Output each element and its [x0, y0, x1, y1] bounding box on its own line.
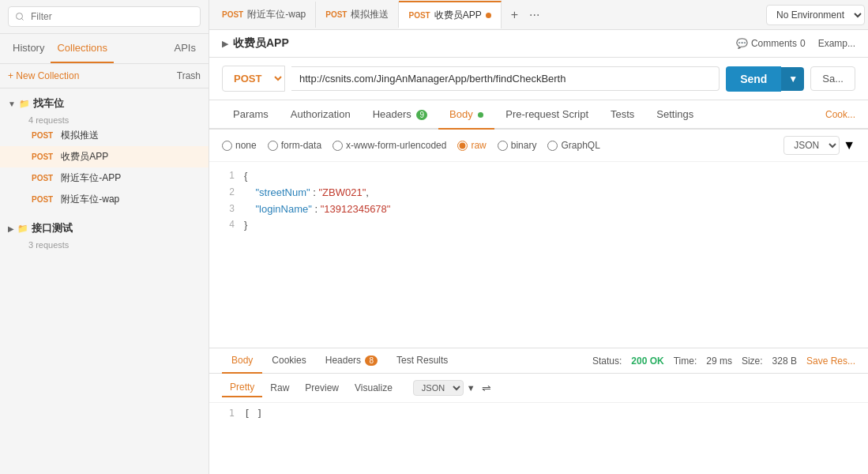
code-line-4: 4 } — [222, 217, 855, 234]
code-line-1: 1 { — [222, 168, 855, 185]
folder-icon: 📁 — [19, 99, 30, 109]
response-tab-cookies[interactable]: Cookies — [262, 348, 315, 374]
nav-settings[interactable]: Settings — [645, 100, 705, 130]
response-area: Body Cookies Headers 8 Test Results Stat… — [209, 348, 868, 474]
environment-select[interactable]: No Environment — [766, 5, 865, 25]
tab-actions: + ··· — [502, 6, 550, 24]
save-response-button[interactable]: Save Res... — [806, 356, 855, 367]
collection-header-0[interactable]: ▼ 📁 找车位 — [0, 92, 209, 115]
code-line-3: 3 "loginName" : "13912345678" — [222, 201, 855, 218]
send-dropdown-button[interactable]: ▼ — [781, 67, 804, 91]
comments-button[interactable]: 💬 Comments 0 — [736, 38, 806, 49]
folder-icon: 📁 — [17, 224, 28, 234]
save-button[interactable]: Sa... — [810, 66, 855, 91]
request-title: 收费员APP — [233, 36, 289, 51]
method-badge: POST — [28, 173, 56, 183]
main-area: POST 附近车位-wap POST 模拟推送 POST 收费员APP + ··… — [209, 0, 868, 474]
tab-0[interactable]: POST 附近车位-wap — [212, 2, 316, 28]
sidebar-search-container — [0, 0, 209, 34]
response-status: Status: 200 OK Time: 29 ms Size: 328 B S… — [592, 356, 855, 367]
request-title-bar: ▶ 收费员APP 💬 Comments 0 Examp... — [209, 30, 868, 58]
example-button[interactable]: Examp... — [818, 38, 855, 49]
tab-more-button[interactable]: ··· — [526, 6, 543, 24]
cookies-link[interactable]: Cook... — [825, 109, 855, 120]
request-item-2[interactable]: POST 附近车位-APP — [0, 167, 209, 189]
new-collection-button[interactable]: + New Collection — [8, 70, 79, 81]
trash-button[interactable]: Trash — [177, 70, 201, 81]
request-item-3[interactable]: POST 附近车位-wap — [0, 189, 209, 210]
radio-form-data[interactable]: form-data — [268, 140, 321, 151]
response-tab-body[interactable]: Body — [222, 348, 262, 374]
method-select[interactable]: POST GET — [222, 66, 285, 92]
tab-method-2: POST — [408, 11, 430, 20]
url-bar: POST GET Send ▼ Sa... — [209, 58, 868, 100]
method-badge: POST — [28, 152, 56, 162]
radio-raw[interactable]: raw — [457, 140, 486, 151]
add-tab-button[interactable]: + — [508, 6, 521, 24]
request-item-0[interactable]: POST 模拟推送 — [0, 125, 209, 146]
search-input[interactable] — [8, 6, 201, 27]
tab-1[interactable]: POST 模拟推送 — [316, 2, 399, 28]
response-nav: Body Cookies Headers 8 Test Results Stat… — [209, 348, 868, 374]
response-raw[interactable]: Raw — [262, 379, 297, 397]
tab-method-1: POST — [325, 10, 347, 19]
response-format: JSON ▼ — [413, 380, 475, 396]
tab-method-0: POST — [222, 10, 243, 19]
comment-icon: 💬 — [736, 38, 748, 49]
code-editor[interactable]: 1 { 2 "streetNum" : "ZBW021", 3 "loginNa… — [209, 162, 868, 348]
response-preview[interactable]: Preview — [297, 379, 347, 397]
url-input[interactable] — [291, 66, 720, 91]
radio-urlencoded[interactable]: x-www-form-urlencoded — [333, 140, 446, 151]
collection-sub-1: 3 requests — [0, 240, 209, 250]
send-button[interactable]: Send — [726, 66, 781, 92]
wrap-button[interactable]: ⇌ — [482, 382, 491, 394]
nav-body[interactable]: Body — [438, 100, 494, 130]
request-nav: Params Authorization Headers 9 Body Pre-… — [209, 100, 868, 130]
sidebar-tabs: History Collections APIs — [0, 34, 209, 64]
request-area: ▶ 收费员APP 💬 Comments 0 Examp... POST GET — [209, 30, 868, 348]
collection-sub-0: 4 requests — [0, 115, 209, 125]
method-badge: POST — [28, 130, 56, 141]
title-caret-icon: ▶ — [222, 39, 228, 49]
response-tab-tests[interactable]: Test Results — [387, 348, 457, 374]
format-select[interactable]: JSON — [783, 136, 840, 155]
radio-binary[interactable]: binary — [498, 140, 537, 151]
response-format-select[interactable]: JSON — [413, 380, 464, 396]
nav-params[interactable]: Params — [222, 100, 280, 130]
request-item-1[interactable]: POST 收费员APP — [0, 146, 209, 167]
sidebar: History Collections APIs + New Collectio… — [0, 0, 209, 474]
response-pretty[interactable]: Pretty — [222, 378, 262, 397]
nav-headers[interactable]: Headers 9 — [362, 100, 438, 130]
response-sub-nav: Pretty Raw Preview Visualize JSON ▼ ⇌ — [209, 374, 868, 403]
json-select-group: JSON ▼ — [783, 136, 855, 155]
response-tab-headers[interactable]: Headers 8 — [316, 348, 387, 374]
request-title-actions: 💬 Comments 0 Examp... — [736, 38, 855, 49]
response-line-1: 1 [ ] — [222, 408, 855, 419]
nav-tests[interactable]: Tests — [599, 100, 645, 130]
tab-bar: POST 附近车位-wap POST 模拟推送 POST 收费员APP + ··… — [209, 0, 868, 30]
body-options: none form-data x-www-form-urlencoded raw… — [209, 130, 868, 162]
env-selector: No Environment — [766, 5, 865, 25]
sidebar-tab-collections[interactable]: Collections — [51, 34, 114, 63]
collection-header-1[interactable]: ▶ 📁 接口测试 — [0, 216, 209, 240]
nav-pre-request[interactable]: Pre-request Script — [494, 100, 599, 130]
tab-dot — [486, 13, 491, 18]
tab-2[interactable]: POST 收费员APP — [399, 1, 501, 28]
sidebar-content: ▼ 📁 找车位 4 requests POST 模拟推送 POST 收费员APP… — [0, 88, 209, 474]
sidebar-actions: + New Collection Trash — [0, 64, 209, 88]
code-line-2: 2 "streetNum" : "ZBW021", — [222, 185, 855, 201]
sidebar-tab-history[interactable]: History — [6, 34, 51, 63]
radio-none[interactable]: none — [222, 140, 257, 151]
send-btn-group: Send ▼ — [726, 66, 804, 92]
response-body: 1 [ ] — [209, 403, 868, 424]
radio-graphql[interactable]: GraphQL — [547, 140, 599, 151]
response-visualize[interactable]: Visualize — [347, 379, 400, 397]
nav-authorization[interactable]: Authorization — [280, 100, 362, 130]
method-badge: POST — [28, 194, 56, 205]
chevron-down-icon: ▼ — [8, 100, 16, 108]
format-dropdown-icon: ▼ — [843, 138, 855, 152]
chevron-right-icon: ▶ — [8, 224, 14, 233]
sidebar-tab-apis[interactable]: APIs — [168, 34, 202, 63]
